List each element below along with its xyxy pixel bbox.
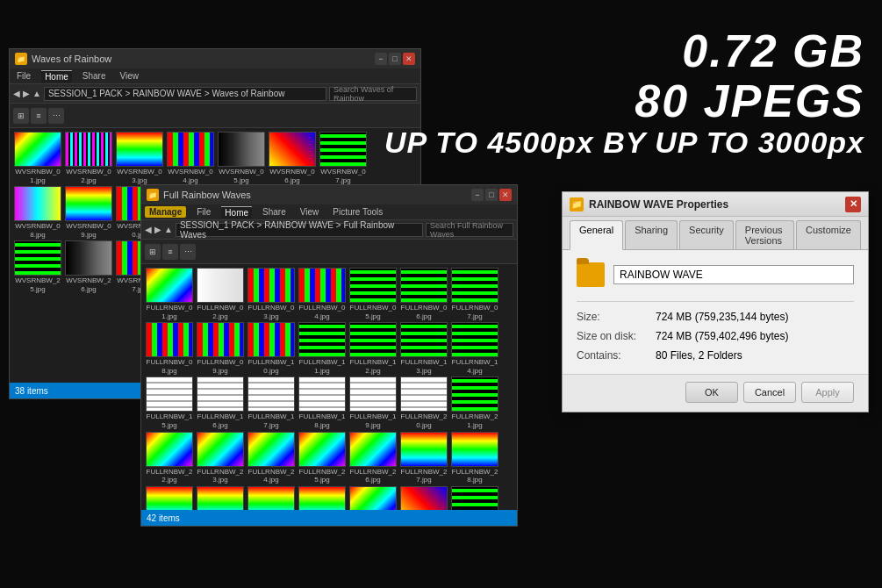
ribbon-tab-file-1[interactable]: File bbox=[13, 70, 34, 82]
ribbon-tab-share-1[interactable]: Share bbox=[79, 70, 110, 82]
props-folder-title-icon: 📁 bbox=[570, 197, 584, 212]
props-size-disk-label: Size on disk: bbox=[577, 330, 656, 342]
list-item[interactable]: FULLRNBW_20.jpg bbox=[399, 376, 448, 429]
list-item[interactable]: FULLRNBW_28.jpg bbox=[450, 432, 499, 484]
ribbon-tab-home-2[interactable]: Home bbox=[221, 206, 252, 219]
list-item[interactable]: FULLRNBW_04.jpg bbox=[298, 268, 347, 320]
list-item[interactable]: FULLRNBW_34.jpg bbox=[399, 486, 448, 510]
list-item[interactable]: WVSRNBW_03.jpg bbox=[115, 132, 164, 184]
ribbon-tab-share-2[interactable]: Share bbox=[259, 206, 290, 218]
list-item[interactable]: WVSRNBW_25.jpg bbox=[13, 240, 62, 293]
list-item[interactable]: FULLRNBW_02.jpg bbox=[196, 268, 245, 320]
list-item[interactable]: FULLRNBW_10.jpg bbox=[247, 322, 296, 375]
list-item[interactable]: FULLRNBW_25.jpg bbox=[298, 432, 347, 484]
ribbon-1: File Home Share View bbox=[10, 68, 420, 84]
address-path-2[interactable]: SESSION_1 PACK > RAINBOW WAVE > Full Rai… bbox=[176, 223, 423, 237]
tab-general[interactable]: General bbox=[570, 220, 623, 250]
list-item[interactable]: FULLRNBW_14.jpg bbox=[450, 322, 499, 375]
props-name-input[interactable] bbox=[613, 265, 854, 284]
nav-fwd-1[interactable]: ▶ bbox=[23, 89, 30, 98]
sort-btn-1[interactable]: ≡ bbox=[31, 108, 47, 124]
list-item[interactable]: WVSRNBW_04.jpg bbox=[166, 132, 215, 184]
toolbar-1: ⊞ ≡ ⋯ bbox=[10, 104, 420, 128]
props-contains-row: Contains: 80 Files, 2 Folders bbox=[577, 349, 854, 362]
maximize-btn-2[interactable]: □ bbox=[485, 189, 498, 201]
sort-btn-2[interactable]: ≡ bbox=[162, 244, 178, 260]
list-item[interactable]: FULLRNBW_30.jpg bbox=[196, 486, 245, 510]
list-item[interactable]: FULLRNBW_23.jpg bbox=[196, 432, 245, 484]
list-item[interactable]: WVSRNBW_07.jpg bbox=[319, 132, 368, 184]
minimize-btn-2[interactable]: − bbox=[471, 189, 484, 201]
options-btn-1[interactable]: ⋯ bbox=[48, 108, 64, 124]
list-item[interactable]: FULLRNBW_16.jpg bbox=[196, 376, 245, 429]
nav-back-2[interactable]: ◀ bbox=[145, 225, 152, 234]
close-btn-2[interactable]: ✕ bbox=[499, 189, 512, 201]
addressbar-2: ◀ ▶ ▲ SESSION_1 PACK > RAINBOW WAVE > Fu… bbox=[141, 220, 517, 240]
list-item[interactable]: FULLRNBW_07.jpg bbox=[450, 268, 499, 320]
ribbon-tab-view-2[interactable]: View bbox=[297, 206, 323, 218]
nav-fwd-2[interactable]: ▶ bbox=[154, 225, 161, 234]
cancel-button[interactable]: Cancel bbox=[743, 382, 796, 403]
nav-up-1[interactable]: ▲ bbox=[32, 89, 41, 98]
apply-button[interactable]: Apply bbox=[801, 382, 854, 403]
nav-up-2[interactable]: ▲ bbox=[164, 225, 173, 234]
overlay-size: 0.72 GB bbox=[384, 26, 864, 76]
view-btn-1[interactable]: ⊞ bbox=[13, 108, 29, 124]
overlay-dimensions: UP TO 4500px BY UP TO 3000px bbox=[384, 126, 864, 159]
list-item[interactable]: WVSRNBW_26.jpg bbox=[64, 240, 113, 293]
tab-previous-versions[interactable]: Previous Versions bbox=[735, 220, 794, 249]
list-item[interactable]: FULLRNBW_33.jpg bbox=[348, 486, 398, 510]
list-item[interactable]: FULLRNBW_11.jpg bbox=[298, 322, 347, 375]
nav-back-1[interactable]: ◀ bbox=[13, 89, 20, 98]
list-item[interactable]: WVSRNBW_05.jpg bbox=[217, 132, 266, 184]
list-item[interactable]: WVSRNBW_02.jpg bbox=[64, 132, 113, 184]
list-item[interactable]: FULLRNBW_21.jpg bbox=[450, 376, 499, 429]
list-item[interactable]: FULLRNBW_24.jpg bbox=[247, 432, 296, 484]
list-item[interactable]: WVSRNBW_06.jpg bbox=[268, 132, 317, 184]
list-item[interactable]: FULLRNBW_01.jpg bbox=[145, 268, 194, 320]
win-controls-2: − □ ✕ bbox=[471, 189, 512, 201]
ribbon-tab-file-2[interactable]: File bbox=[193, 206, 214, 218]
ribbon-tab-picturetools[interactable]: Picture Tools bbox=[329, 206, 386, 218]
props-buttons: OK Cancel Apply bbox=[563, 374, 868, 412]
list-item[interactable]: FULLRNBW_08.jpg bbox=[145, 322, 194, 375]
list-item[interactable]: WVSRNBW_09.jpg bbox=[64, 186, 113, 239]
ribbon-tab-view-1[interactable]: View bbox=[117, 70, 143, 82]
list-item[interactable]: FULLRNBW_26.jpg bbox=[348, 432, 398, 484]
list-item[interactable]: FULLRNBW_12.jpg bbox=[348, 322, 398, 375]
props-size-disk-value: 724 MB (759,402,496 bytes) bbox=[656, 330, 788, 342]
title-1: Waves of Rainbow bbox=[32, 54, 375, 64]
list-item[interactable]: FULLRNBW_32.jpg bbox=[298, 486, 347, 510]
list-item[interactable]: FULLRNBW_13.jpg bbox=[399, 322, 448, 375]
list-item[interactable]: WVSRNBW_08.jpg bbox=[13, 186, 62, 239]
list-item[interactable]: FULLRNBW_17.jpg bbox=[247, 376, 296, 429]
manage-btn[interactable]: Manage bbox=[145, 206, 186, 218]
props-name-row bbox=[577, 262, 854, 287]
list-item[interactable]: FULLRNBW_27.jpg bbox=[399, 432, 448, 484]
list-item[interactable]: FULLRNBW_15.jpg bbox=[145, 376, 194, 429]
search-box-2[interactable]: Search Full Rainbow Waves bbox=[426, 223, 513, 237]
props-contains-label: Contains: bbox=[577, 349, 656, 362]
list-item[interactable]: FULLRNBW_35.jpg bbox=[450, 486, 499, 510]
list-item[interactable]: FULLRNBW_22.jpg bbox=[145, 432, 194, 484]
list-item[interactable]: WVSRNBW_01.jpg bbox=[13, 132, 62, 184]
list-item[interactable]: FULLRNBW_03.jpg bbox=[247, 268, 296, 320]
options-btn-2[interactable]: ⋯ bbox=[180, 244, 196, 260]
props-title-text: RAINBOW WAVE Properties bbox=[589, 198, 845, 211]
props-close-button[interactable]: ✕ bbox=[845, 197, 861, 212]
statusbar-2: 42 items bbox=[141, 510, 517, 526]
list-item[interactable]: FULLRNBW_31.jpg bbox=[247, 486, 296, 510]
ok-button[interactable]: OK bbox=[685, 382, 738, 403]
list-item[interactable]: FULLRNBW_09.jpg bbox=[196, 322, 245, 375]
list-item[interactable]: FULLRNBW_06.jpg bbox=[399, 268, 448, 320]
tab-sharing[interactable]: Sharing bbox=[625, 220, 678, 249]
address-path-1[interactable]: SESSION_1 PACK > RAINBOW WAVE > Waves of… bbox=[44, 87, 326, 101]
view-btn-2[interactable]: ⊞ bbox=[145, 244, 161, 260]
tab-customize[interactable]: Customize bbox=[796, 220, 861, 249]
list-item[interactable]: FULLRNBW_05.jpg bbox=[348, 268, 398, 320]
tab-security[interactable]: Security bbox=[679, 220, 734, 249]
list-item[interactable]: FULLRNBW_18.jpg bbox=[298, 376, 347, 429]
list-item[interactable]: FULLRNBW_29.jpg bbox=[145, 486, 194, 510]
list-item[interactable]: FULLRNBW_19.jpg bbox=[348, 376, 398, 429]
ribbon-tab-home-1[interactable]: Home bbox=[41, 70, 72, 82]
